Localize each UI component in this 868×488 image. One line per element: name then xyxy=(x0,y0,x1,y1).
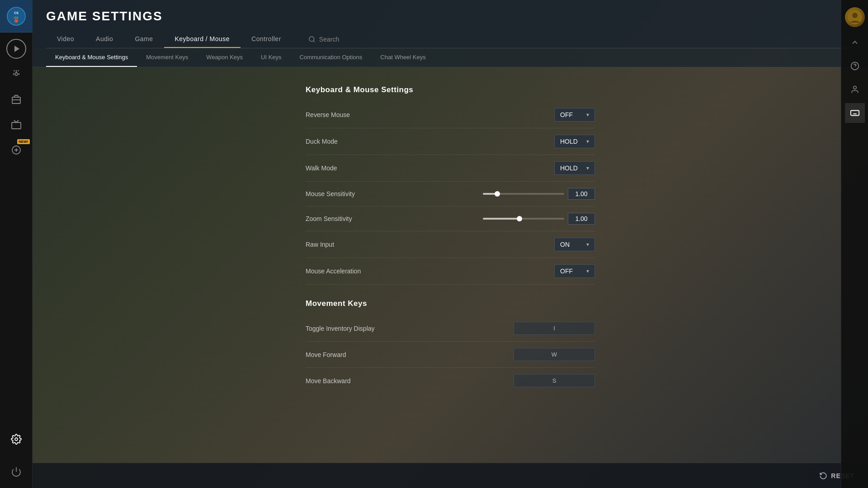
sidebar-item-new[interactable]: NEW! xyxy=(0,137,33,163)
sidebar-item-play[interactable] xyxy=(0,36,33,61)
sidebar-item-inventory[interactable] xyxy=(0,87,33,112)
sub-tab-chat-wheel[interactable]: Chat Wheel Keys xyxy=(371,48,434,67)
duck-mode-value: HOLD xyxy=(560,138,578,145)
mouse-acceleration-label: Mouse Acceleration xyxy=(306,267,554,275)
tab-controller[interactable]: Controller xyxy=(241,31,292,48)
chevron-down-icon: ▾ xyxy=(586,268,589,274)
svg-text:CS: CS xyxy=(14,11,19,14)
chevron-down-icon: ▾ xyxy=(586,165,589,171)
walk-mode-value: HOLD xyxy=(560,164,578,172)
sub-tab-communication[interactable]: Communication Options xyxy=(291,48,372,67)
slider-thumb[interactable] xyxy=(517,216,522,221)
logo[interactable]: CS GO xyxy=(0,0,33,33)
toggle-inventory-control: I xyxy=(514,322,595,335)
sub-tab-weapon-keys[interactable]: Weapon Keys xyxy=(197,48,252,67)
gear-icon xyxy=(11,434,22,445)
right-icon-chevron-up[interactable] xyxy=(845,33,865,52)
right-sidebar xyxy=(841,0,868,488)
walk-mode-control: HOLD ▾ xyxy=(554,161,595,175)
page-title: GAME SETTINGS xyxy=(46,9,854,23)
search-button[interactable]: Search xyxy=(301,32,346,47)
svg-line-13 xyxy=(313,41,315,42)
bottom-bar: RESET xyxy=(33,463,868,488)
walk-mode-label: Walk Mode xyxy=(306,164,554,172)
sidebar-item-power[interactable] xyxy=(0,459,33,484)
svg-point-10 xyxy=(15,438,18,441)
tv-icon xyxy=(11,119,22,130)
setting-duck-mode: Duck Mode HOLD ▾ xyxy=(306,128,595,155)
setting-move-backward: Move Backward S xyxy=(306,368,595,394)
sidebar-item-antenna[interactable] xyxy=(0,61,33,87)
sub-tab-ui-keys[interactable]: UI Keys xyxy=(252,48,291,67)
svg-point-12 xyxy=(309,37,314,42)
setting-zoom-sensitivity: Zoom Sensitivity 1.00 xyxy=(306,206,595,231)
question-icon xyxy=(850,61,859,70)
tab-game[interactable]: Game xyxy=(124,31,164,48)
slider-fill xyxy=(483,218,519,220)
new-icon xyxy=(11,145,22,155)
duck-mode-control: HOLD ▾ xyxy=(554,135,595,148)
move-forward-control: W xyxy=(514,348,595,361)
duck-mode-dropdown[interactable]: HOLD ▾ xyxy=(554,135,595,148)
toggle-inventory-keybind[interactable]: I xyxy=(514,322,595,335)
chevron-up-icon xyxy=(850,38,859,47)
avatar[interactable] xyxy=(845,7,865,27)
svg-point-5 xyxy=(15,73,18,75)
svg-point-3 xyxy=(14,19,18,23)
reverse-mouse-value: OFF xyxy=(560,111,573,118)
avatar-image xyxy=(848,10,862,24)
setting-raw-input: Raw Input ON ▾ xyxy=(306,231,595,258)
tab-keyboard-mouse[interactable]: Keyboard / Mouse xyxy=(164,31,241,48)
svg-rect-19 xyxy=(850,111,859,116)
setting-mouse-acceleration: Mouse Acceleration OFF ▾ xyxy=(306,258,595,285)
tab-video[interactable]: Video xyxy=(46,31,85,48)
setting-move-forward: Move Forward W xyxy=(306,342,595,368)
kb-mouse-section-title: Keyboard & Mouse Settings xyxy=(306,85,595,94)
keyboard-icon xyxy=(850,108,860,118)
setting-walk-mode: Walk Mode HOLD ▾ xyxy=(306,155,595,182)
move-backward-keybind[interactable]: S xyxy=(514,374,595,387)
move-forward-keybind[interactable]: W xyxy=(514,348,595,361)
tab-audio[interactable]: Audio xyxy=(85,31,124,48)
setting-reverse-mouse: Reverse Mouse OFF ▾ xyxy=(306,102,595,128)
zoom-sensitivity-value[interactable]: 1.00 xyxy=(568,213,595,225)
reverse-mouse-dropdown[interactable]: OFF ▾ xyxy=(554,108,595,122)
svg-rect-8 xyxy=(12,122,21,129)
mouse-acceleration-dropdown[interactable]: OFF ▾ xyxy=(554,264,595,278)
mouse-acceleration-control: OFF ▾ xyxy=(554,264,595,278)
power-icon xyxy=(11,466,22,477)
raw-input-value: ON xyxy=(560,241,570,248)
raw-input-label: Raw Input xyxy=(306,241,554,248)
mouse-sensitivity-slider[interactable] xyxy=(483,193,564,195)
slider-thumb[interactable] xyxy=(495,191,500,197)
search-icon xyxy=(308,36,316,43)
mouse-sensitivity-label: Mouse Sensitivity xyxy=(306,190,483,197)
svg-point-18 xyxy=(853,86,856,89)
main-content: GAME SETTINGS Video Audio Game Keyboard … xyxy=(33,0,868,488)
raw-input-dropdown[interactable]: ON ▾ xyxy=(554,238,595,251)
svg-marker-4 xyxy=(14,46,19,52)
mouse-acceleration-value: OFF xyxy=(560,267,573,275)
zoom-sensitivity-slider[interactable] xyxy=(483,218,564,220)
raw-input-control: ON ▾ xyxy=(554,238,595,251)
sidebar-item-watch[interactable] xyxy=(0,112,33,137)
setting-mouse-sensitivity: Mouse Sensitivity 1.00 xyxy=(306,182,595,206)
movement-keys-section-title: Movement Keys xyxy=(306,299,595,308)
sub-tab-kb-mouse-settings[interactable]: Keyboard & Mouse Settings xyxy=(46,48,137,67)
walk-mode-dropdown[interactable]: HOLD ▾ xyxy=(554,161,595,175)
sub-nav: Keyboard & Mouse Settings Movement Keys … xyxy=(33,48,868,67)
briefcase-icon xyxy=(11,94,22,105)
mouse-sensitivity-value[interactable]: 1.00 xyxy=(568,188,595,200)
search-label: Search xyxy=(319,36,339,43)
settings-content: Keyboard & Mouse Settings Reverse Mouse … xyxy=(33,67,868,463)
zoom-sensitivity-label: Zoom Sensitivity xyxy=(306,215,483,222)
right-icon-keyboard[interactable] xyxy=(845,103,865,123)
play-icon xyxy=(6,39,26,59)
chevron-down-icon: ▾ xyxy=(586,112,589,118)
right-icon-person[interactable] xyxy=(845,80,865,99)
move-backward-label: Move Backward xyxy=(306,377,514,385)
person-icon xyxy=(850,85,859,94)
sidebar-item-settings[interactable] xyxy=(0,427,33,452)
right-icon-help[interactable] xyxy=(845,56,865,76)
sub-tab-movement-keys[interactable]: Movement Keys xyxy=(137,48,197,67)
